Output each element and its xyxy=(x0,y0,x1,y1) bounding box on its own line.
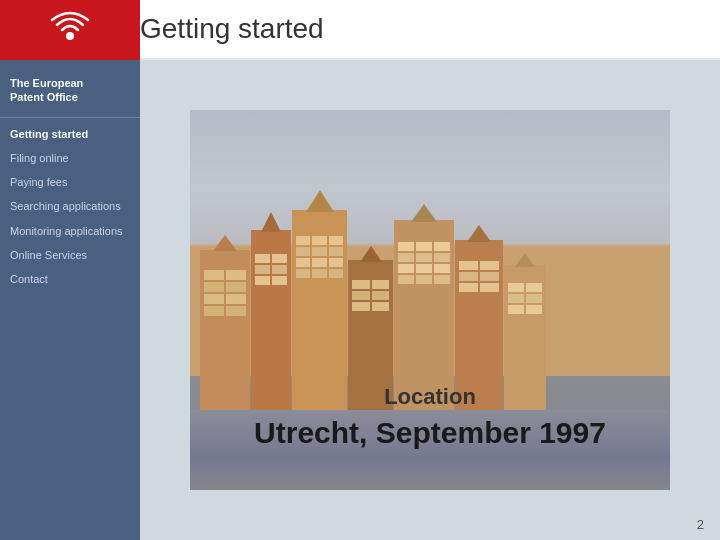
slide-container: Location Utrecht, September 1997 xyxy=(190,110,670,490)
location-value: Utrecht, September 1997 xyxy=(210,416,650,450)
logo-area xyxy=(0,0,140,60)
epo-logo-icon xyxy=(48,8,92,52)
content-area: Location Utrecht, September 1997 2 xyxy=(140,60,720,540)
sidebar-item-searching-applications[interactable]: Searching applications xyxy=(0,194,140,218)
slide-background: Location Utrecht, September 1997 xyxy=(190,110,670,490)
slide-text-area: Location Utrecht, September 1997 xyxy=(190,384,670,450)
page-title: Getting started xyxy=(140,13,324,45)
sidebar-item-paying-fees[interactable]: Paying fees xyxy=(0,170,140,194)
sidebar-item-monitoring-applications[interactable]: Monitoring applications xyxy=(0,219,140,243)
sidebar-divider xyxy=(0,117,140,118)
sidebar-item-filing-online[interactable]: Filing online xyxy=(0,146,140,170)
org-name: The European Patent Office xyxy=(0,68,140,117)
sidebar: The European Patent Office Getting start… xyxy=(0,60,140,540)
svg-point-0 xyxy=(66,32,74,40)
building-2 xyxy=(251,230,291,410)
sidebar-item-online-services[interactable]: Online Services xyxy=(0,243,140,267)
sidebar-item-contact[interactable]: Contact xyxy=(0,267,140,291)
page-number: 2 xyxy=(697,517,704,532)
building-3 xyxy=(292,210,347,410)
building-5 xyxy=(394,220,454,410)
location-label: Location xyxy=(210,384,650,410)
sidebar-item-getting-started[interactable]: Getting started xyxy=(0,122,140,146)
